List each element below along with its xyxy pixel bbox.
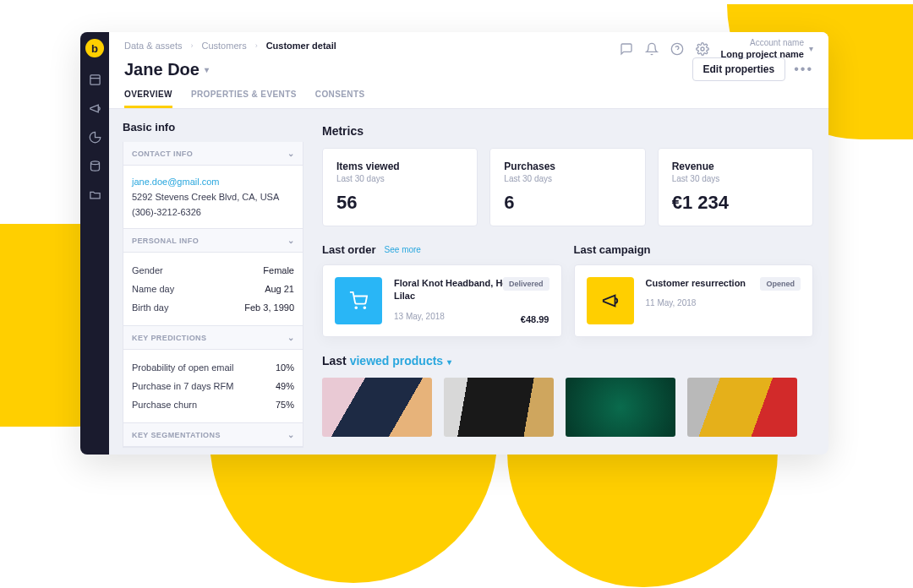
order-price: €48.99 <box>521 314 549 324</box>
more-menu-button[interactable]: ••• <box>794 62 813 77</box>
campaign-date: 11 May, 2018 <box>646 298 801 308</box>
key-predictions-toggle[interactable]: KEY PREDICTIONS ⌄ <box>123 326 303 350</box>
folder-icon[interactable] <box>88 188 101 201</box>
last-campaign-title: Last campaign <box>574 243 651 256</box>
product-thumbnail[interactable] <box>444 378 554 437</box>
metrics-row: Items viewed Last 30 days 56 Purchases L… <box>322 148 813 226</box>
content: Basic info CONTACT INFO ⌄ jane.doe@gmail… <box>109 109 828 455</box>
account-label: Account name <box>721 37 804 48</box>
chevron-down-icon: ⌄ <box>287 333 294 342</box>
viewed-products-row <box>322 378 813 437</box>
svg-point-2 <box>90 161 99 164</box>
dashboard-icon[interactable] <box>88 73 101 86</box>
metric-purchases: Purchases Last 30 days 6 <box>489 148 645 226</box>
personal-info-toggle[interactable]: PERSONAL INFO ⌄ <box>123 229 303 253</box>
side-nav: b <box>80 32 109 455</box>
last-order-title: Last order <box>322 243 376 256</box>
pie-icon[interactable] <box>88 130 101 144</box>
app-window: b Data & assets › Customers › Customer d… <box>80 32 828 455</box>
customer-phone: (306)-3212-6326 <box>132 204 294 220</box>
svg-point-7 <box>364 307 365 308</box>
database-icon[interactable] <box>88 159 101 172</box>
megaphone-icon[interactable] <box>88 101 101 115</box>
gear-icon[interactable] <box>696 42 709 56</box>
topbar: Data & assets › Customers › Customer det… <box>109 32 828 109</box>
last-campaign-card[interactable]: Customer resurrection 11 May, 2018 Opene… <box>574 264 814 337</box>
product-thumbnail[interactable] <box>566 378 675 437</box>
chevron-down-icon: ⌄ <box>287 236 294 245</box>
main-area: Data & assets › Customers › Customer det… <box>109 32 828 455</box>
breadcrumb-current: Customer detail <box>266 41 336 51</box>
svg-point-6 <box>355 307 357 308</box>
chevron-down-icon: ▾ <box>445 357 451 367</box>
metric-revenue: Revenue Last 30 days €1 234 <box>658 148 813 226</box>
tab-overview[interactable]: OVERVIEW <box>124 90 172 108</box>
product-thumbnail[interactable] <box>322 378 432 437</box>
order-status-badge: Delivered <box>503 277 549 291</box>
product-thumbnail[interactable] <box>687 378 797 437</box>
contact-info-toggle[interactable]: CONTACT INFO ⌄ <box>123 142 303 166</box>
bell-icon[interactable] <box>645 42 659 56</box>
customer-email[interactable]: jane.doe@gmail.com <box>132 174 294 189</box>
last-viewed-dropdown[interactable]: Last viewed products ▾ <box>322 354 813 368</box>
message-icon[interactable] <box>620 42 633 56</box>
chevron-down-icon: ▾ <box>809 43 813 54</box>
edit-properties-button[interactable]: Edit properties <box>692 57 786 81</box>
project-name: Long project name <box>721 48 804 60</box>
chevron-down-icon: ⌄ <box>287 149 294 158</box>
key-segmentations-toggle[interactable]: KEY SEGMENTATIONS ⌄ <box>123 423 303 447</box>
breadcrumb-item[interactable]: Data & assets <box>124 41 182 51</box>
megaphone-icon <box>587 277 634 324</box>
svg-rect-0 <box>90 74 99 84</box>
cart-icon <box>335 277 382 324</box>
breadcrumb-item[interactable]: Customers <box>201 41 246 51</box>
last-order-card[interactable]: Floral Knot Headband, Hoodie in Lilac 13… <box>322 264 562 337</box>
chevron-right-icon: › <box>255 41 258 50</box>
tab-consents[interactable]: CONSENTS <box>315 90 365 108</box>
basic-info-panel: Basic info CONTACT INFO ⌄ jane.doe@gmail… <box>109 109 303 455</box>
brand-logo[interactable]: b <box>85 39 104 57</box>
chevron-down-icon: ▾ <box>205 65 209 74</box>
customer-address: 5292 Stevens Creek Blvd, CA, USA <box>132 189 294 204</box>
chevron-right-icon: › <box>190 41 193 50</box>
customer-name[interactable]: Jane Doe ▾ <box>124 60 209 79</box>
topbar-actions: Account name Long project name ▾ <box>620 37 813 60</box>
account-switcher[interactable]: Account name Long project name ▾ <box>721 37 813 60</box>
svg-point-5 <box>701 47 704 51</box>
tab-properties-events[interactable]: PROPERTIES & EVENTS <box>191 90 297 108</box>
tabs: OVERVIEW PROPERTIES & EVENTS CONSENTS <box>124 90 813 108</box>
chevron-down-icon: ⌄ <box>287 430 294 439</box>
metrics-title: Metrics <box>322 124 813 138</box>
metric-items-viewed: Items viewed Last 30 days 56 <box>322 148 478 226</box>
right-panel: Metrics Items viewed Last 30 days 56 Pur… <box>303 109 828 455</box>
help-icon[interactable] <box>670 42 684 56</box>
see-more-link[interactable]: See more <box>385 245 421 254</box>
basic-info-title: Basic info <box>123 121 303 133</box>
campaign-status-badge: Opened <box>760 277 801 291</box>
